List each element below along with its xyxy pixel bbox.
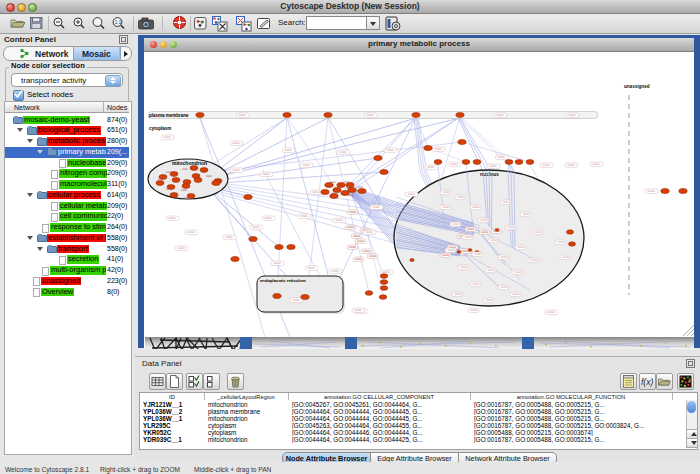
svg-text:aaaaa: aaaaa [285, 149, 293, 152]
svg-text:aaaaa: aaaaa [568, 164, 576, 167]
svg-text:unassigned: unassigned [624, 84, 650, 89]
svg-text:aaaaa: aaaaa [461, 250, 469, 253]
svg-text:aaaaa: aaaaa [558, 241, 566, 244]
svg-text:aaaaa: aaaaa [353, 235, 361, 238]
svg-text:aaaaa: aaaaa [369, 255, 377, 258]
svg-text:aaaaa: aaaaa [490, 165, 498, 168]
svg-text:aaaaa: aaaaa [313, 191, 321, 194]
svg-text:aaaaa: aaaaa [274, 262, 282, 265]
svg-text:aaaaa: aaaaa [593, 163, 601, 166]
svg-text:aaaaa: aaaaa [332, 270, 340, 273]
svg-text:aaaa: aaaa [357, 186, 363, 189]
svg-text:aaaaa: aaaaa [357, 240, 365, 243]
svg-text:aaaaa: aaaaa [226, 236, 234, 239]
svg-text:aaaaa: aaaaa [513, 293, 521, 296]
svg-text:aaaaa: aaaaa [355, 258, 363, 261]
svg-text:aaaaa: aaaaa [543, 164, 551, 167]
svg-text:aaaaa: aaaaa [363, 250, 371, 253]
svg-text:aaaaa: aaaaa [178, 247, 186, 250]
svg-text:aaaaa: aaaaa [473, 283, 481, 286]
svg-text:aaaaa: aaaaa [448, 249, 456, 252]
svg-text:aaaaa: aaaaa [501, 256, 509, 259]
svg-text:aaaaa: aaaaa [387, 149, 395, 152]
svg-text:aaaaa: aaaaa [366, 231, 374, 234]
svg-text:aaaaa: aaaaa [303, 164, 311, 167]
svg-text:f(x): f(x) [641, 377, 653, 387]
svg-text:mitochondrion: mitochondrion [172, 160, 207, 166]
svg-text:aaaa: aaaa [166, 188, 172, 191]
svg-text:aaaaa: aaaaa [501, 286, 509, 289]
svg-text:aaaaa: aaaaa [481, 219, 489, 222]
svg-text:aaaaa: aaaaa [471, 309, 479, 312]
svg-text:endoplasmic reticulum: endoplasmic reticulum [260, 278, 306, 283]
svg-text:aaaaa: aaaaa [233, 169, 241, 172]
svg-text:aaaaa: aaaaa [443, 191, 451, 194]
svg-text:aaaaa: aaaaa [535, 231, 543, 234]
svg-text:aaaaa: aaaaa [336, 219, 344, 222]
svg-text:aaaaa: aaaaa [308, 267, 316, 270]
svg-text:aaaaa: aaaaa [373, 206, 381, 209]
svg-text:aaaaa: aaaaa [523, 213, 531, 216]
svg-text:aaaaa: aaaaa [453, 223, 461, 226]
svg-text:aaaaa: aaaaa [491, 239, 499, 242]
svg-text:aaaaa: aaaaa [367, 114, 375, 117]
svg-text:aaaa: aaaa [184, 197, 190, 200]
svg-text:aaaa: aaaa [181, 189, 187, 192]
svg-text:aaaaa: aaaaa [233, 142, 241, 145]
svg-text:aaaaa: aaaaa [451, 163, 459, 166]
svg-text:aaaaa: aaaaa [473, 206, 481, 209]
svg-text:1:1: 1:1 [115, 20, 122, 25]
svg-text:aaaaa: aaaaa [428, 166, 436, 169]
svg-text:aaaaa: aaaaa [467, 228, 475, 231]
svg-text:aaaaa: aaaaa [349, 246, 357, 249]
svg-text:aaaa: aaaa [332, 192, 338, 195]
svg-text:aaaaa: aaaaa [563, 256, 571, 259]
svg-text:aaaaa: aaaaa [408, 193, 416, 196]
svg-text:plasma membrane: plasma membrane [149, 113, 189, 118]
svg-text:aaaaa: aaaaa [648, 190, 656, 193]
svg-text:aaaaa: aaaaa [518, 246, 526, 249]
svg-text:aaaaa: aaaaa [188, 231, 196, 234]
svg-text:aaaa: aaaa [166, 171, 172, 174]
svg-text:aaaaa: aaaaa [265, 217, 273, 220]
svg-text:aaaaa: aaaaa [531, 259, 539, 262]
svg-text:aaaa: aaaa [182, 168, 188, 171]
svg-text:cytoplasm: cytoplasm [149, 126, 171, 131]
svg-text:aaaaa: aaaaa [497, 114, 505, 117]
svg-text:aaaaa: aaaaa [340, 151, 348, 154]
svg-text:aaaaa: aaaaa [164, 136, 172, 139]
svg-text:aaaaa: aaaaa [301, 215, 309, 218]
svg-text:aaaaa: aaaaa [435, 148, 443, 151]
svg-text:aaaaa: aaaaa [355, 309, 363, 312]
svg-text:aaaaa: aaaaa [508, 226, 516, 229]
svg-text:aaaaa: aaaaa [443, 206, 451, 209]
svg-text:aaaaa: aaaaa [253, 226, 261, 229]
svg-text:aaaaa: aaaaa [263, 173, 271, 176]
svg-text:aaaaa: aaaaa [488, 269, 496, 272]
svg-text:aaaaa: aaaaa [347, 226, 355, 229]
svg-text:aaaaa: aaaaa [569, 114, 577, 117]
svg-text:aaaaa: aaaaa [475, 253, 483, 256]
svg-text:aaaaa: aaaaa [169, 217, 177, 220]
svg-text:aaaaa: aaaaa [455, 293, 463, 296]
svg-text:aaaaa: aaaaa [293, 299, 301, 302]
svg-text:aaaaa: aaaaa [458, 196, 466, 199]
svg-text:aaaa: aaaa [344, 181, 350, 184]
svg-text:aaaaa: aaaaa [486, 299, 494, 302]
svg-text:aaaa: aaaa [206, 175, 212, 178]
svg-text:aaaaa: aaaaa [481, 231, 489, 234]
svg-text:aaaaa: aaaaa [548, 311, 556, 314]
svg-text:aaaaa: aaaaa [515, 271, 523, 274]
svg-text:aaaaa: aaaaa [239, 114, 247, 117]
svg-text:aaaa: aaaa [348, 194, 354, 197]
svg-text:aaaaa: aaaaa [503, 201, 511, 204]
svg-text:aaaaa: aaaaa [442, 254, 450, 257]
svg-text:aaaaa: aaaaa [461, 266, 469, 269]
svg-text:aaaaa: aaaaa [465, 236, 473, 239]
svg-text:aaaaa: aaaaa [349, 211, 357, 214]
svg-text:aaaa: aaaa [158, 178, 164, 181]
svg-text:aaaaa: aaaaa [498, 156, 506, 159]
svg-text:aaaa: aaaa [330, 181, 336, 184]
